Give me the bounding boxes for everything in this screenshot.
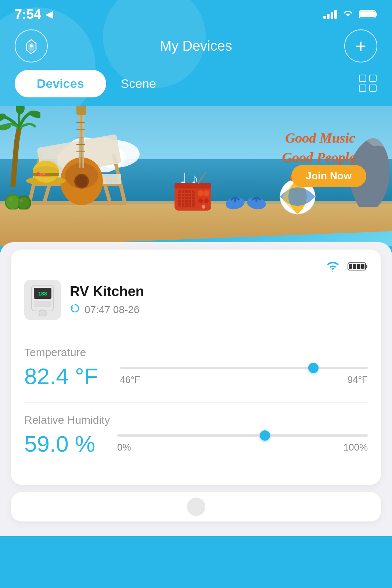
svg-rect-52 bbox=[178, 190, 195, 207]
humidity-range: 0% 100% bbox=[117, 442, 368, 453]
svg-rect-73 bbox=[349, 264, 352, 269]
device-card-header bbox=[24, 261, 368, 274]
device-battery-icon bbox=[348, 261, 368, 273]
temperature-value: 82.4 °F bbox=[24, 363, 98, 389]
device-time-row: 07:47 08-26 bbox=[70, 303, 144, 316]
svg-point-62 bbox=[198, 190, 204, 196]
humidity-track bbox=[117, 434, 368, 437]
wifi-icon bbox=[343, 10, 353, 19]
svg-point-42 bbox=[37, 172, 40, 175]
humidity-max: 100% bbox=[344, 442, 368, 453]
battery-icon bbox=[359, 10, 377, 19]
svg-rect-22 bbox=[76, 106, 86, 115]
time-display: 7:54 bbox=[15, 7, 41, 22]
device-card: 188 RV Kitchen 07:47 08-26 bbox=[11, 250, 381, 485]
status-bar: 7:54 ◀ bbox=[0, 0, 392, 26]
hat bbox=[26, 159, 66, 184]
logo-button[interactable] bbox=[15, 29, 48, 62]
temperature-track bbox=[120, 367, 368, 369]
svg-point-10 bbox=[28, 109, 40, 119]
humidity-row: 59.0 % 0% 100% bbox=[24, 431, 368, 457]
svg-point-46 bbox=[18, 197, 30, 209]
svg-point-47 bbox=[9, 198, 13, 201]
svg-point-26 bbox=[76, 175, 87, 187]
svg-rect-39 bbox=[33, 173, 59, 176]
svg-rect-72 bbox=[366, 265, 367, 268]
humidity-section: Relative Humidity 59.0 % 0% 100% bbox=[24, 414, 368, 457]
svg-line-51 bbox=[198, 172, 206, 183]
svg-point-66 bbox=[202, 205, 205, 209]
svg-point-65 bbox=[204, 198, 209, 203]
grid-view-icon[interactable] bbox=[359, 75, 377, 93]
temperature-max: 94°F bbox=[348, 374, 368, 386]
guitar bbox=[51, 106, 110, 207]
device-section: 188 RV Kitchen 07:47 08-26 bbox=[0, 242, 392, 536]
promo-banner: ♩ ♪ bbox=[0, 106, 392, 246]
radio bbox=[173, 172, 213, 212]
humidity-min: 0% bbox=[117, 442, 131, 453]
status-time: 7:54 ◀ bbox=[15, 7, 53, 22]
app-header: My Devices + bbox=[0, 26, 392, 70]
device-name: RV Kitchen bbox=[70, 284, 144, 300]
join-now-button[interactable]: Join Now bbox=[291, 165, 366, 187]
temperature-slider[interactable]: 46°F 94°F bbox=[120, 367, 368, 386]
tab-bar: Devices Scene bbox=[0, 70, 392, 106]
svg-rect-80 bbox=[34, 301, 51, 307]
svg-rect-50 bbox=[175, 183, 211, 189]
svg-point-45 bbox=[6, 196, 19, 209]
location-arrow-icon: ◀ bbox=[46, 9, 53, 20]
svg-point-40 bbox=[39, 173, 43, 176]
device-info: 188 RV Kitchen 07:47 08-26 bbox=[24, 280, 368, 320]
temperature-range: 46°F 94°F bbox=[120, 374, 368, 386]
humidity-thumb[interactable] bbox=[260, 430, 270, 441]
svg-point-48 bbox=[20, 199, 23, 202]
coconuts bbox=[4, 187, 33, 209]
svg-text:188: 188 bbox=[38, 291, 47, 297]
signal-icon bbox=[323, 10, 337, 19]
banner-line-1: Good Music bbox=[282, 128, 355, 148]
svg-rect-2 bbox=[360, 11, 375, 17]
status-icons bbox=[323, 10, 377, 19]
temperature-label: Temperature bbox=[24, 346, 368, 359]
svg-point-3 bbox=[30, 44, 33, 47]
temperature-min: 46°F bbox=[120, 374, 140, 386]
svg-rect-1 bbox=[375, 13, 377, 16]
device-thumbnail: 188 bbox=[24, 280, 61, 320]
temperature-thumb[interactable] bbox=[308, 363, 319, 373]
page-title: My Devices bbox=[160, 38, 232, 54]
svg-point-64 bbox=[198, 198, 203, 203]
tab-devices[interactable]: Devices bbox=[15, 70, 106, 97]
svg-rect-74 bbox=[353, 264, 356, 269]
svg-point-63 bbox=[204, 190, 209, 196]
refresh-icon[interactable] bbox=[70, 303, 80, 316]
banner-line-2: Good People bbox=[282, 148, 355, 167]
device-timestamp: 07:47 08-26 bbox=[84, 304, 139, 316]
device-thumb-peek bbox=[187, 498, 205, 516]
humidity-value: 59.0 % bbox=[24, 431, 95, 457]
svg-rect-75 bbox=[357, 264, 360, 269]
add-button[interactable]: + bbox=[344, 29, 377, 62]
device-metadata: RV Kitchen 07:47 08-26 bbox=[70, 284, 144, 316]
svg-point-12 bbox=[15, 106, 25, 115]
device-wifi-icon bbox=[326, 261, 340, 274]
svg-point-81 bbox=[39, 310, 46, 316]
svg-rect-76 bbox=[361, 264, 364, 269]
tab-scene[interactable]: Scene bbox=[121, 76, 359, 91]
humidity-slider[interactable]: 0% 100% bbox=[117, 434, 368, 453]
next-device-card-peek bbox=[11, 492, 381, 521]
temperature-row: 82.4 °F 46°F 94°F bbox=[24, 363, 368, 389]
divider-1 bbox=[24, 335, 368, 335]
flip-flops bbox=[224, 183, 268, 212]
svg-point-41 bbox=[43, 172, 46, 175]
divider-2 bbox=[24, 402, 368, 403]
temperature-section: Temperature 82.4 °F 46°F 94°F bbox=[24, 346, 368, 389]
humidity-label: Relative Humidity bbox=[24, 414, 368, 426]
